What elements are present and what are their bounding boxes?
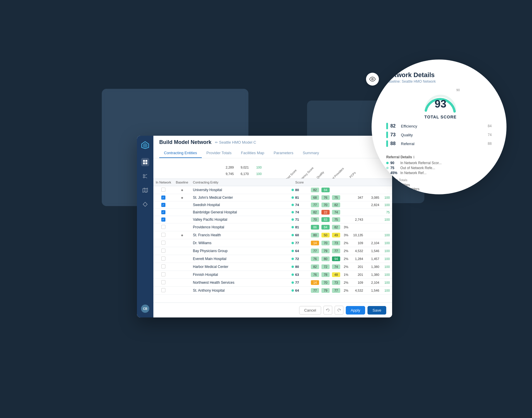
dot-cell [174, 255, 191, 263]
pct-cell: 2% [341, 255, 351, 263]
checkbox-cell[interactable] [153, 239, 174, 247]
quality-cell: 73 [331, 239, 341, 247]
num2-cell: 1,380 [365, 263, 382, 271]
last-cell: 100 [382, 255, 392, 263]
checkbox-cell[interactable] [153, 263, 174, 271]
sidebar-icon-grid[interactable] [141, 158, 149, 166]
score-cell: 60 [289, 231, 310, 239]
pct-cell: 2% [341, 263, 351, 271]
pct-cell: 2% [341, 287, 351, 295]
num1-cell: 1,284 [351, 255, 365, 263]
entity-name: Bainbridge General Hospital [191, 209, 289, 216]
dot-cell [174, 223, 191, 231]
score-cell: 74 [289, 209, 310, 216]
checkbox-cell[interactable] [153, 279, 174, 287]
referral-bar [386, 140, 388, 147]
referral-section: Referral Details ℹ 90 In Network Referra… [386, 155, 495, 176]
checkbox-cell[interactable]: ✓ [153, 194, 174, 201]
score-cell: 81 [289, 194, 310, 201]
table-row: ✓ Valley Pacific Hospital 71 70 83 75 2,… [153, 216, 392, 223]
num2-cell: 1,457 [365, 255, 382, 263]
dot-cell [174, 216, 191, 223]
dot-cell [174, 247, 191, 255]
ref-dot-2 [386, 167, 389, 169]
model-subtitle: ✏ Seattle HMO Model C [215, 140, 256, 145]
num2-cell: 2,824 [365, 201, 382, 209]
baseline-dot [181, 189, 183, 191]
efficiency-cell: 72 [320, 263, 331, 271]
entity-name: St. Anthony Hospital [191, 287, 289, 295]
col-quality [331, 179, 341, 186]
last-cell: 100 [382, 279, 392, 287]
num2-cell: 2,104 [365, 239, 382, 247]
table-row: Providence Hospital 81 86 84 82 3% [153, 223, 392, 231]
ref-val-1: 90 [390, 161, 399, 165]
pct-cell: 2% [341, 279, 351, 287]
last-cell [382, 223, 392, 231]
num1-cell: 347 [351, 194, 365, 201]
user-avatar[interactable]: CB [141, 305, 149, 313]
tab-summary[interactable]: Summary [298, 148, 324, 158]
table-row: Everett Main Hospital 72 76 80 94 2% 1,2… [153, 255, 392, 263]
checkbox-cell[interactable]: ✓ [153, 216, 174, 223]
tab-facilities-map[interactable]: Facilities Map [236, 148, 269, 158]
cancel-button[interactable]: Cancel [299, 306, 321, 315]
num2-cell: 2,104 [365, 279, 382, 287]
quality-cell: 74 [331, 209, 341, 216]
quality-cell: 94 [331, 295, 341, 296]
checkbox-cell[interactable] [153, 247, 174, 255]
checkbox-cell[interactable] [153, 255, 174, 263]
checkbox-cell[interactable] [153, 223, 174, 231]
gauge-max: 90 [456, 88, 460, 92]
entity-name: St. John's Medical Center [191, 194, 289, 201]
col-pct [341, 179, 351, 186]
total-score-label: TOTAL SCORE [424, 115, 457, 119]
quality-cell: 48 [331, 271, 341, 279]
pct-cell [341, 186, 351, 194]
tab-contracting-entities[interactable]: Contracting Entities [159, 148, 202, 158]
referral-baseline: 88 [488, 142, 495, 146]
dot-cell [174, 295, 191, 296]
data-table-scroll[interactable]: In Network Baseline Contracting Entity S… [153, 179, 392, 296]
quality-cell: 82 [331, 223, 341, 231]
checkbox-cell[interactable]: ✓ [153, 209, 174, 216]
quality-cell: 73 [331, 279, 341, 287]
save-button[interactable]: Save [367, 306, 386, 315]
checkbox-cell[interactable] [153, 295, 174, 296]
nd-subtitle: Baseline: Seattle HMO Network [386, 79, 436, 84]
score-cell: 80 [289, 186, 310, 194]
dot-cell [174, 194, 191, 201]
referral-score-row: 88 Referral 88 [386, 140, 495, 147]
sidebar-icon-diamond[interactable] [141, 200, 149, 208]
redo-button[interactable] [335, 306, 343, 315]
sidebar-icon-scissors[interactable] [141, 172, 149, 180]
checkbox-cell[interactable] [153, 287, 174, 295]
main-content: Build Model Network ✏ Seattle HMO Model … [153, 136, 392, 317]
svg-line-7 [145, 177, 147, 178]
checkbox-cell[interactable] [153, 186, 174, 194]
apply-button[interactable]: Apply [346, 306, 365, 315]
last-cell: 100 [382, 295, 392, 296]
quality-cell: 75 [331, 216, 341, 223]
checkbox-cell[interactable] [153, 271, 174, 279]
entity-name: Harbor Medical Center [191, 263, 289, 271]
undo-button[interactable] [323, 306, 332, 315]
tab-provider-totals[interactable]: Provider Totals [202, 148, 236, 158]
quality-cell [331, 186, 341, 194]
last-cell [382, 186, 392, 194]
referral-row-3: 45% In Network Ref... [386, 171, 495, 175]
efficiency-cell: 76 [320, 194, 331, 201]
eye-button[interactable] [366, 73, 379, 86]
last-cell: 100 [382, 271, 392, 279]
cost-cell: 77 [310, 201, 320, 209]
efficiency-baseline: 84 [488, 124, 495, 128]
efficiency-value: 82 [390, 123, 399, 129]
col-in-network: In Network [153, 179, 174, 186]
checkbox-cell[interactable]: ✓ [153, 201, 174, 209]
cost-cell: 14 [310, 239, 320, 247]
sidebar-icon-map[interactable] [141, 186, 149, 194]
efficiency-cell: 80 [320, 295, 331, 296]
checkbox-cell[interactable] [153, 231, 174, 239]
quality-score-row: 73 Quality 74 [386, 132, 495, 138]
tab-parameters[interactable]: Parameters [269, 148, 298, 158]
